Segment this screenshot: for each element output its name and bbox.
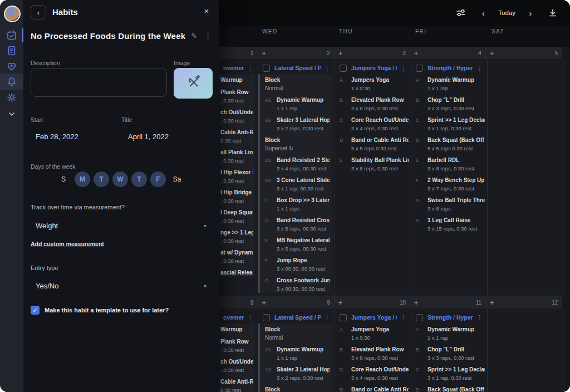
exercise-item[interactable]: Cable Anti-Rotati...0:30 rest [220, 129, 253, 145]
exercise-item[interactable]: GCross Footwork Jump Rope3 x 00:30, 00:3… [265, 277, 330, 293]
sidebar-item-health[interactable] [0, 58, 23, 75]
chevron-left-icon[interactable]: ‹ [474, 8, 493, 18]
workout-title[interactable]: Lateral Speed / Plyo [274, 65, 321, 71]
habit-menu-kebab-icon[interactable]: ⋮ [204, 32, 212, 40]
workout-title[interactable]: Lateral Speed / Plyo [274, 314, 321, 321]
exercise-item[interactable]: A1Dynamic Warmup1 x 1 rep [265, 346, 330, 362]
exercise-item[interactable]: EMB Negative Lateral Hop...3 x 5 reps, 0… [265, 237, 330, 253]
sidebar-item-notifications[interactable] [0, 74, 23, 90]
workout-menu-kebab-icon[interactable]: ⋮ [324, 314, 330, 321]
day-toggle-s[interactable]: S [56, 171, 71, 187]
exercise-item[interactable]: A1Dynamic Warmup1 x 1 rep [265, 96, 330, 112]
exercise-item[interactable]: Warmup [220, 76, 253, 85]
exercise-item[interactable]: ch Out/Under, 0:30 rest [220, 358, 253, 374]
exercise-item[interactable]: at w/ Dynamic P..., 0:30 rest [220, 249, 253, 265]
exercise-item[interactable]: BElevated Plank Row3 x 8 reps, 0:30 rest [340, 96, 409, 112]
day-toggle-m[interactable]: M [75, 171, 90, 187]
workout-menu-kebab-icon[interactable]: ⋮ [324, 65, 330, 72]
day-toggle-sa[interactable]: Sa [169, 171, 185, 187]
exercise-item[interactable]: B1Band Resisted 2 Step Late...3 x 4 reps… [265, 156, 330, 173]
exercise-item[interactable]: l Deep Squat Mo..., 0:30 rest [220, 209, 253, 225]
template-checkbox[interactable]: ✓ [31, 306, 40, 315]
workout-menu-kebab-icon[interactable]: ⋮ [476, 65, 483, 72]
exercise-item[interactable]: AJumpers Yoga1 x 0:30 [340, 326, 409, 342]
workout-checkbox[interactable] [340, 314, 347, 321]
download-icon[interactable] [543, 8, 562, 17]
exercise-item[interactable]: B23 Cone Lateral Slide3 x 1 rep, 00:30 r… [265, 177, 330, 193]
exercise-item[interactable]: BChop "L" Drill3 x 3 reps, 0:30 rest [416, 346, 485, 362]
workout-title[interactable]: Strength / Hypertro... [428, 314, 473, 321]
exercise-item[interactable]: DBand Resisted Crossover...3 x 5 reps, 0… [265, 217, 330, 233]
exercise-item[interactable]: ch Out/Under, 0:30 rest [220, 109, 253, 125]
exercise-item[interactable]: F2 Way Bench Step Up3 x 7 reps, 0:30 res… [416, 177, 485, 193]
add-workout-button[interactable]: + [414, 298, 419, 307]
workout-menu-kebab-icon[interactable]: ⋮ [400, 65, 406, 72]
exercise-item[interactable]: l Hip Flexor Rais..., 0:30 rest [220, 169, 253, 185]
exercise-item[interactable]: CSprint >> 1 Leg Declarations3 x 1 rep, … [416, 366, 485, 382]
workout-menu-kebab-icon[interactable]: ⋮ [247, 314, 253, 321]
sidebar-item-calendar[interactable] [0, 27, 23, 43]
end-date-value[interactable]: April 1, 2022 [128, 133, 169, 141]
workout-title[interactable]: Jumpers Yoga / Core [351, 314, 397, 321]
exercise-item[interactable]: A2Skater 3 Lateral Hops >> ...3 x 2 reps… [265, 366, 330, 382]
exercise-item[interactable]: ADynamic Warmup1 x 1 rep [416, 326, 485, 342]
exercise-item[interactable]: AJumpers Yoga1 x 0:30 [340, 76, 409, 92]
workout-title[interactable]: Strength / Hypertro... [428, 65, 473, 71]
exercise-item[interactable]: DBand or Cable Anti Rotati...5 x 5 reps … [340, 136, 409, 153]
workout-title[interactable]: ovement Q... [223, 65, 244, 71]
exercise-item[interactable]: DBand or Cable Anti Rotati...5 x 5 reps … [340, 386, 409, 392]
exercise-item[interactable]: Plank Row, 0:30 rest [220, 338, 253, 354]
entry-type-select[interactable]: Yes/No [36, 282, 58, 290]
day-toggle-t[interactable]: T [94, 171, 109, 187]
workout-menu-kebab-icon[interactable]: ⋮ [476, 314, 483, 321]
exercise-item[interactable]: A2Skater 3 Lateral Hops >> ...3 x 2 reps… [265, 116, 330, 133]
day-toggle-t[interactable]: T [131, 171, 147, 187]
exercise-item[interactable]: ascial Release C... [220, 269, 253, 277]
exercise-item[interactable]: CCore Reach Out/Under3 x 4 reps, 0:30 re… [340, 116, 409, 133]
exercise-item[interactable]: Warmup [220, 326, 253, 334]
exercise-item[interactable]: H1 Leg Calf Raise3 x 15 reps, 0:30 rest [416, 217, 485, 233]
exercise-item[interactable]: Plank Row, 0:30 rest [220, 89, 253, 105]
exercise-item[interactable]: GSwiss Ball Triple Threat3 x 8 reps [416, 197, 485, 213]
workout-title[interactable]: Jumpers Yoga / Core [351, 65, 397, 71]
exercise-item[interactable]: DBack Squat (Back Off Set)5 x 5 reps 0:3… [416, 136, 485, 153]
add-workout-button[interactable]: + [414, 49, 419, 57]
today-button[interactable]: Today [498, 9, 515, 16]
exercise-item[interactable]: nge >> 1 Leg St..., 0:30 rest [220, 229, 253, 245]
exercise-item[interactable]: DBack Squat (Back Off Set)5 x 5 reps 0:3… [416, 386, 485, 392]
sidebar-item-expand[interactable] [0, 106, 23, 122]
day-toggle-f[interactable]: F [150, 171, 166, 187]
workout-menu-kebab-icon[interactable]: ⋮ [247, 65, 253, 72]
workout-checkbox[interactable] [340, 65, 347, 72]
exercise-item[interactable]: EBarbell RDL3 x 8 reps, 0:30 rest [416, 156, 485, 173]
workout-checkbox[interactable] [416, 314, 423, 321]
add-workout-button[interactable]: + [262, 298, 267, 307]
workout-checkbox[interactable] [263, 65, 270, 72]
sidebar-item-notes[interactable] [0, 42, 23, 59]
exercise-item[interactable]: CCore Reach Out/Under3 x 4 reps, 0:30 re… [340, 366, 409, 382]
day-toggle-w[interactable]: W [112, 171, 128, 187]
sidebar-item-settings[interactable] [0, 89, 23, 106]
add-workout-button[interactable]: + [262, 49, 267, 57]
back-button[interactable]: ‹ [31, 5, 46, 19]
add-custom-measurement-link[interactable]: Add custom measurement [31, 241, 104, 247]
exercise-item[interactable]: CBox Drop >> 3 Lateral H...1 x 1 reps [265, 197, 330, 213]
exercise-item[interactable]: l Hip Bridge w/ ..., 0:30 rest [220, 189, 253, 205]
add-workout-button[interactable]: + [338, 298, 343, 307]
measurement-select[interactable]: Weight [36, 222, 58, 230]
exercise-item[interactable]: CSprint >> 1 Leg Declarations3 x 1 rep, … [416, 116, 485, 133]
habit-image-tile[interactable] [174, 68, 213, 99]
edit-pencil-icon[interactable]: ✎ [191, 32, 197, 40]
add-workout-button[interactable]: + [490, 49, 494, 57]
close-icon[interactable]: × [202, 6, 212, 16]
filter-sliders-icon[interactable] [451, 8, 470, 17]
workout-checkbox[interactable] [263, 314, 270, 321]
exercise-item[interactable]: ADynamic Warmup1 x 1 rep [416, 76, 485, 92]
add-workout-button[interactable]: + [490, 298, 494, 307]
exercise-item[interactable]: BChop "L" Drill3 x 3 reps, 0:30 rest [416, 96, 485, 112]
exercise-item[interactable]: BElevated Plank Row3 x 8 reps, 0:30 rest [340, 346, 409, 362]
description-textarea[interactable] [31, 68, 167, 97]
exercise-item[interactable]: FJump Rope3 x 00:30, 00:30 rest [265, 257, 330, 273]
exercise-item[interactable]: Cable Anti-Rotati...0:30 rest [220, 378, 253, 392]
exercise-item[interactable]: EStability Ball Plank Linear ...3 x 8 re… [340, 156, 409, 173]
